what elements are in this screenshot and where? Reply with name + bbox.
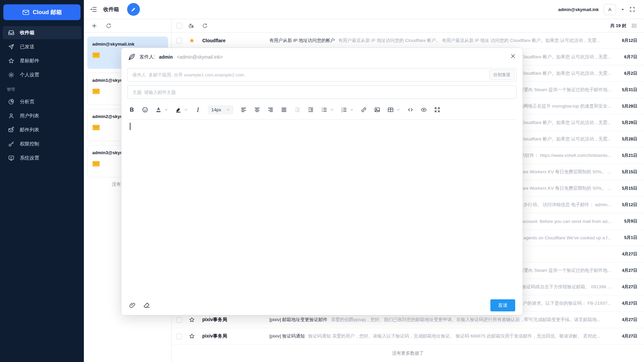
star-icon[interactable] — [189, 38, 195, 44]
font-color-icon[interactable]: A — [155, 107, 162, 113]
outdent-icon[interactable] — [294, 107, 301, 113]
email-snippet: g agents on Cloudflare We've cooked up a… — [520, 235, 611, 240]
email-checkbox[interactable] — [176, 38, 182, 44]
email-snippet: 的软件： https://www.xshell.com/zh/downlo... — [521, 153, 611, 159]
email-snippet: Cloudflare 帐户。如果您 认可此活动，无需... — [521, 54, 611, 60]
from-name: admin — [159, 54, 173, 60]
pie-chart-icon — [8, 99, 14, 105]
insert-table-icon[interactable] — [387, 107, 394, 113]
preview-icon[interactable] — [421, 107, 427, 113]
sidebar-item-key[interactable]: 权限控制 — [3, 137, 81, 150]
send-separately-button[interactable]: 分别发送 — [489, 70, 514, 80]
email-date: 5月15日 — [616, 169, 637, 175]
email-snippet: 一步行动。 访问详细信息 电子邮件： admin... — [519, 202, 611, 208]
select-all-checkbox[interactable] — [176, 23, 182, 28]
chevron-down-icon[interactable] — [330, 108, 334, 112]
star-icon[interactable] — [189, 333, 195, 339]
email-snippet: Cloudflare 帐户。如果您 认可此活动，无需... — [521, 120, 611, 126]
system-settings-icon — [8, 155, 14, 161]
link-icon[interactable] — [361, 107, 367, 113]
email-checkbox[interactable] — [176, 334, 182, 339]
eraser-icon[interactable] — [143, 301, 151, 309]
email-date: 5月21日 — [616, 153, 637, 159]
refresh-icon[interactable] — [202, 23, 208, 28]
chevron-down-icon[interactable] — [396, 108, 400, 112]
sidebar-item-inbox[interactable]: 收件箱 — [3, 26, 81, 39]
gear-icon — [8, 72, 14, 78]
inbox-icon — [8, 29, 14, 36]
sidebar-item-user[interactable]: 用户列表 — [3, 109, 81, 122]
sidebar-item-gear[interactable]: 个人设置 — [3, 68, 81, 81]
mail-list-toolbar: 共 19 封 — [172, 19, 644, 33]
close-icon[interactable] — [510, 53, 516, 59]
sort-by-time-icon[interactable] — [188, 23, 194, 29]
email-row[interactable]: Cloudflare有用户从新 IP 地址访问您的帐户有用户最近从新 IP 地址… — [172, 33, 644, 49]
compose-header: 发件人: admin <admin@skymail.ink> — [127, 48, 517, 66]
compose-body-editor[interactable] — [127, 120, 517, 296]
email-snippet: Cloudflare 帐户。如果您 认可此活动，无需... — [521, 70, 611, 76]
highlight-icon[interactable] — [175, 107, 181, 113]
recipient-inputbox: 分别发送 — [127, 68, 517, 81]
email-date: 5月9日 — [616, 219, 637, 224]
subject-input[interactable] — [132, 89, 514, 95]
editor-toolbar: B A I 14px 123 — [127, 101, 517, 120]
chevron-down-icon[interactable] — [350, 108, 354, 112]
chevron-down-icon[interactable] — [164, 108, 168, 112]
brand-button[interactable]: Cloud 邮箱 — [3, 4, 80, 20]
email-snippet: lare Workers KV 每日免费层限制的 50%。 ... — [521, 185, 611, 191]
italic-icon[interactable]: I — [195, 107, 201, 113]
numbered-list-icon[interactable]: 123 — [341, 107, 347, 113]
email-row-content: [pixiv] 验证码通知验证码通知 亲爱的用户，您好。请输入以下验证码，完成邮… — [269, 333, 611, 339]
fullscreen-icon[interactable] — [629, 6, 635, 12]
sidebar-item-system-settings[interactable]: 系统设置 — [3, 152, 81, 165]
add-account-icon[interactable] — [91, 23, 97, 29]
avatar[interactable]: A — [603, 4, 616, 15]
refresh-icon[interactable] — [106, 23, 111, 28]
send-button[interactable]: 发送 — [490, 299, 515, 311]
sidebar: Cloud 邮箱 收件箱已发送星标邮件个人设置管理分析页用户列表邮件列表权限控制… — [0, 0, 84, 362]
indent-icon[interactable] — [308, 107, 314, 113]
from-email: <admin@skymail.ink> — [177, 54, 223, 60]
insert-image-icon[interactable] — [374, 107, 380, 113]
email-row[interactable]: pixiv事务局[pixiv] 验证码通知验证码通知 亲爱的用户，您好。请输入以… — [172, 328, 644, 345]
emoji-icon[interactable] — [142, 107, 148, 113]
align-center-icon[interactable] — [254, 107, 260, 113]
code-view-icon[interactable] — [407, 107, 414, 113]
bullet-list-icon[interactable] — [321, 107, 327, 113]
caret-down-icon[interactable] — [621, 8, 625, 11]
sidebar-item-star[interactable]: 星标邮件 — [3, 54, 81, 67]
align-right-icon[interactable] — [267, 107, 274, 113]
grid-dots-icon[interactable] — [632, 23, 637, 28]
email-date: 4月27日 — [616, 301, 637, 306]
compose-button[interactable] — [127, 3, 140, 16]
envelope-icon — [22, 9, 30, 16]
sidebar-item-send[interactable]: 已发送 — [3, 40, 81, 53]
email-checkbox[interactable] — [176, 317, 182, 323]
align-left-icon[interactable] — [240, 107, 247, 113]
collapse-menu-icon[interactable] — [90, 6, 97, 13]
email-date: 5月31日 — [616, 87, 637, 93]
email-date: 4月27日 — [616, 251, 637, 257]
sidebar-item-pie-chart[interactable]: 分析页 — [3, 95, 81, 108]
mailbox-icon — [92, 161, 100, 167]
recipient-input[interactable] — [132, 72, 489, 78]
attachment-icon[interactable] — [129, 302, 136, 309]
top-header: 收件箱 admin@skymail.ink A — [84, 0, 644, 19]
email-date: 5月28日 — [616, 136, 637, 142]
pencil-icon — [130, 7, 136, 12]
bold-icon[interactable]: B — [129, 107, 135, 113]
email-date: 4月27日 — [616, 334, 637, 339]
email-date: 6月7日 — [616, 54, 637, 60]
sidebar-item-label: 权限控制 — [20, 141, 39, 147]
svg-text:3: 3 — [341, 111, 343, 113]
star-icon[interactable] — [189, 317, 195, 323]
expand-editor-icon[interactable] — [434, 107, 440, 113]
email-date: 6月12日 — [616, 38, 637, 44]
email-subject: [pixiv] 验证码通知 — [269, 333, 305, 339]
sidebar-item-mail-list[interactable]: 邮件列表 — [3, 123, 81, 136]
font-size-select[interactable]: 14px — [208, 105, 233, 114]
email-subject: 有用户从新 IP 地址访问您的帐户 — [269, 38, 335, 44]
align-justify-icon[interactable] — [281, 107, 287, 113]
email-snippet: 验证码或点击下方按钮验证邮箱。 091398 ... — [522, 284, 611, 290]
chevron-down-icon[interactable] — [184, 108, 188, 112]
